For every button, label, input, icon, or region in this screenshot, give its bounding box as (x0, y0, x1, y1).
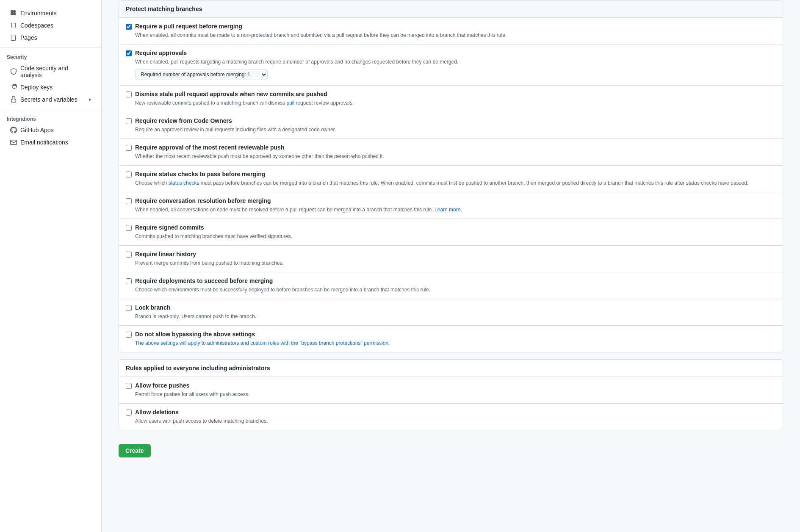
rule-require-conversation-checkbox[interactable] (126, 198, 132, 204)
rule-require-conversation-title: Require conversation resolution before m… (135, 197, 271, 204)
rule-require-code-owners-desc: Require an approved review in pull reque… (135, 126, 776, 133)
security-section-label: Security (0, 51, 101, 62)
main-content: Protect matching branches Require a pull… (102, 0, 800, 532)
grid-icon (10, 10, 17, 17)
sidebar-item-label: Pages (20, 34, 37, 41)
sidebar-item-label: Codespaces (20, 22, 53, 29)
rule-require-pr-title: Require a pull request before merging (135, 23, 242, 30)
approvals-select[interactable]: Required number of approvals before merg… (135, 69, 268, 80)
rule-allow-deletions-checkbox[interactable] (126, 410, 132, 416)
protect-section-header: Protect matching branches (119, 0, 783, 18)
rule-require-deployments: Require deployments to succeed before me… (119, 272, 783, 299)
dismiss-stale-link[interactable]: pull (286, 100, 294, 106)
rule-require-pr: Require a pull request before merging Wh… (119, 18, 783, 44)
rule-require-recent-push-checkbox[interactable] (126, 145, 132, 151)
rule-require-signed-title: Require signed commits (135, 224, 204, 231)
rule-require-linear: Require linear history Prevent merge com… (119, 246, 783, 272)
rule-require-pr-desc: When enabled, all commits must be made t… (135, 31, 776, 39)
key-icon (10, 84, 17, 91)
sidebar-item-deploy-keys[interactable]: Deploy keys (3, 81, 98, 93)
lock-icon (10, 96, 17, 103)
sidebar-item-github-apps[interactable]: GitHub Apps (3, 124, 98, 136)
sidebar-item-pages[interactable]: Pages (3, 32, 98, 44)
email-icon (10, 139, 17, 146)
rule-require-status-checks-checkbox[interactable] (126, 172, 132, 177)
integrations-section-label: Integrations (0, 113, 101, 124)
chevron-down-icon: ▾ (89, 97, 91, 103)
rule-require-approvals-title: Require approvals (135, 50, 187, 56)
rule-require-recent-push-title: Require approval of the most recent revi… (135, 144, 284, 151)
rule-require-conversation-desc: When enabled, all conversations on code … (135, 206, 776, 213)
sidebar-item-label: Secrets and variables (20, 96, 78, 103)
sidebar-divider (0, 47, 101, 47)
rule-allow-force-pushes-checkbox[interactable] (126, 383, 132, 389)
rule-require-recent-push: Require approval of the most recent revi… (119, 139, 783, 166)
rule-require-signed: Require signed commits Commits pushed to… (119, 219, 783, 246)
rule-allow-deletions: Allow deletions Allow users with push ac… (119, 404, 783, 430)
rule-allow-deletions-desc: Allow users with push access to delete m… (135, 417, 776, 425)
rule-dismiss-stale-desc: New reviewable commits pushed to a match… (135, 99, 776, 107)
protect-section: Protect matching branches Require a pull… (119, 0, 783, 352)
rule-lock-branch-title: Lock branch (135, 304, 170, 311)
rule-require-deployments-checkbox[interactable] (126, 278, 132, 284)
rule-allow-deletions-title: Allow deletions (135, 409, 179, 416)
rule-require-conversation: Require conversation resolution before m… (119, 192, 783, 219)
rule-lock-branch-desc: Branch is read-only. Users cannot push t… (135, 313, 776, 320)
rule-require-signed-checkbox[interactable] (126, 225, 132, 231)
rule-require-signed-desc: Commits pushed to matching branches must… (135, 233, 776, 240)
rule-do-not-allow-bypass-checkbox[interactable] (126, 332, 132, 338)
rule-require-recent-push-desc: Whether the most recent reviewable push … (135, 152, 776, 160)
rule-dismiss-stale-title: Dismiss stale pull request approvals whe… (135, 91, 327, 97)
rule-allow-force-pushes: Allow force pushes Permit force pushes f… (119, 377, 783, 404)
rule-do-not-allow-bypass-title: Do not allow bypassing the above setting… (135, 331, 255, 338)
sidebar-item-code-security[interactable]: Code security and analysis (3, 62, 98, 81)
rule-require-code-owners-title: Require review from Code Owners (135, 117, 232, 124)
sidebar-item-label: Email notifications (20, 139, 68, 146)
create-button[interactable]: Create (119, 444, 151, 457)
sidebar-divider-2 (0, 109, 101, 109)
approvals-select-container: Required number of approvals before merg… (135, 69, 776, 80)
sidebar: Environments Codespaces Pages Security C… (0, 0, 102, 532)
rule-require-deployments-title: Require deployments to succeed before me… (135, 277, 273, 284)
rule-require-status-checks-desc: Choose which status checks must pass bef… (135, 179, 776, 187)
sidebar-item-secrets[interactable]: Secrets and variables ▾ (3, 94, 98, 105)
rule-lock-branch-checkbox[interactable] (126, 305, 132, 311)
admin-rules-header: Rules applied to everyone including admi… (119, 360, 783, 377)
rule-require-deployments-desc: Choose which environments must be succes… (135, 286, 776, 294)
sidebar-item-label: Environments (20, 10, 57, 17)
admin-rules-section: Rules applied to everyone including admi… (119, 359, 783, 430)
rule-require-linear-title: Require linear history (135, 251, 196, 258)
shield-icon (10, 68, 17, 75)
sidebar-item-codespaces[interactable]: Codespaces (3, 19, 98, 31)
rule-require-approvals-desc: When enabled, pull requests targeting a … (135, 58, 776, 66)
rule-require-code-owners: Require review from Code Owners Require … (119, 112, 783, 139)
rule-allow-force-pushes-desc: Permit force pushes for all users with p… (135, 391, 776, 398)
rule-require-pr-checkbox[interactable] (126, 24, 132, 30)
sidebar-item-email-notifications[interactable]: Email notifications (3, 136, 98, 148)
rule-require-status-checks-title: Require status checks to pass before mer… (135, 171, 265, 177)
sidebar-item-label: GitHub Apps (20, 127, 54, 133)
rule-require-status-checks: Require status checks to pass before mer… (119, 166, 783, 192)
codespace-icon (10, 22, 17, 29)
app-icon (10, 127, 17, 133)
conversation-learn-more-link[interactable]: Learn more. (435, 207, 462, 213)
rule-do-not-allow-bypass: Do not allow bypassing the above setting… (119, 326, 783, 352)
rule-allow-force-pushes-title: Allow force pushes (135, 382, 189, 389)
pages-icon (10, 34, 17, 41)
sidebar-item-label: Code security and analysis (20, 65, 91, 78)
sidebar-item-environments[interactable]: Environments (3, 7, 98, 19)
rule-dismiss-stale: Dismiss stale pull request approvals whe… (119, 86, 783, 112)
rule-require-linear-desc: Prevent merge commits from being pushed … (135, 259, 776, 267)
rule-lock-branch: Lock branch Branch is read-only. Users c… (119, 299, 783, 326)
rule-require-approvals-checkbox[interactable] (126, 50, 132, 56)
rule-require-approvals: Require approvals When enabled, pull req… (119, 44, 783, 86)
status-checks-link[interactable]: status checks (169, 180, 199, 186)
rule-do-not-allow-bypass-desc: The above settings will apply to adminis… (135, 339, 776, 347)
sidebar-item-label: Deploy keys (20, 84, 53, 91)
rule-dismiss-stale-checkbox[interactable] (126, 91, 132, 97)
rule-require-linear-checkbox[interactable] (126, 252, 132, 258)
rule-require-code-owners-checkbox[interactable] (126, 118, 132, 124)
